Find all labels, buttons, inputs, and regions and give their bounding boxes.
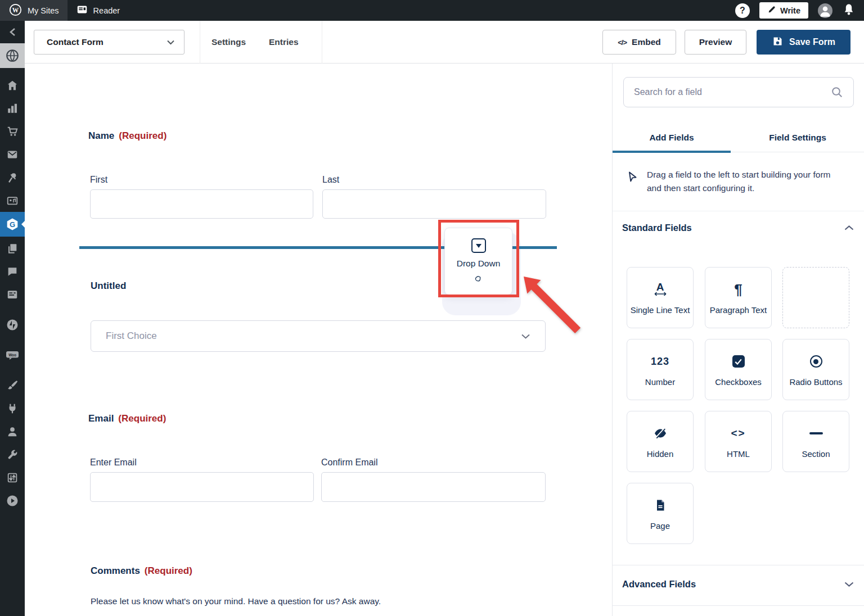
panel-tabs: Add Fields Field Settings bbox=[613, 123, 864, 152]
field-card-html[interactable]: <> HTML bbox=[705, 411, 772, 472]
chevron-up-icon bbox=[844, 225, 854, 231]
cursor-arrow-icon bbox=[626, 171, 638, 187]
form-switcher-select[interactable]: Contact Form bbox=[34, 30, 184, 55]
help-glyph: ? bbox=[740, 6, 745, 16]
chevron-down-icon bbox=[166, 39, 175, 45]
tab-settings[interactable]: Settings bbox=[212, 21, 246, 64]
preview-button[interactable]: Preview bbox=[685, 30, 746, 55]
standard-fields-header[interactable]: Standard Fields bbox=[622, 218, 854, 238]
my-sites-menu[interactable]: W My Sites bbox=[0, 0, 68, 21]
required-indicator: (Required) bbox=[145, 565, 192, 576]
pencil-icon bbox=[767, 5, 776, 16]
field-search bbox=[623, 77, 854, 107]
last-name-label: Last bbox=[322, 175, 339, 185]
field-label-untitled[interactable]: Untitled bbox=[91, 280, 126, 292]
field-card-section[interactable]: Section bbox=[782, 411, 849, 472]
number-icon: 123 bbox=[651, 352, 669, 370]
wp-admin-bar: W My Sites Reader ? Write bbox=[0, 0, 864, 21]
reader-menu[interactable]: Reader bbox=[68, 0, 129, 21]
field-label-name[interactable]: Name(Required) bbox=[88, 130, 166, 142]
sidebar-store-icon[interactable] bbox=[0, 120, 25, 143]
field-card-single-line-text[interactable]: A Single Line Text bbox=[627, 267, 694, 328]
field-card-hidden[interactable]: Hidden bbox=[627, 411, 694, 472]
sidebar-stats-icon[interactable] bbox=[0, 97, 25, 120]
sidebar-media-icon[interactable] bbox=[0, 189, 25, 212]
chevron-down-icon bbox=[844, 581, 854, 587]
sidebar-pages-icon[interactable] bbox=[0, 237, 25, 260]
notifications-bell-icon[interactable] bbox=[842, 3, 856, 19]
sidebar-gravity-forms-icon[interactable]: G bbox=[0, 212, 25, 237]
tab-add-fields[interactable]: Add Fields bbox=[613, 123, 731, 152]
svg-text:W: W bbox=[12, 6, 19, 13]
wordpress-logo-icon: W bbox=[8, 3, 22, 19]
sidebar-feedback-icon[interactable] bbox=[0, 283, 25, 306]
first-name-label: First bbox=[90, 175, 107, 185]
sidebar-jetpack-icon[interactable] bbox=[0, 313, 25, 336]
sidebar-mail-icon[interactable] bbox=[0, 143, 25, 166]
user-avatar[interactable] bbox=[818, 3, 832, 18]
sidebar-users-icon[interactable] bbox=[0, 420, 25, 443]
sidebar-settings-icon[interactable] bbox=[0, 466, 25, 489]
field-card-paragraph-text[interactable]: ¶ Paragraph Text bbox=[705, 267, 772, 328]
enter-email-label: Enter Email bbox=[90, 458, 137, 468]
sidebar-appearance-icon[interactable] bbox=[0, 374, 25, 397]
dropdown-selected-value: First Choice bbox=[106, 330, 157, 342]
sidebar-woocommerce-icon[interactable]: Woo bbox=[0, 343, 25, 366]
collapse-sidebar-button[interactable] bbox=[0, 21, 25, 43]
field-card-number[interactable]: 123 Number bbox=[627, 339, 694, 400]
advanced-fields-header[interactable]: Advanced Fields bbox=[622, 572, 854, 596]
checkbox-icon bbox=[732, 352, 745, 370]
code-brackets-icon: <> bbox=[731, 424, 745, 442]
write-label: Write bbox=[780, 6, 800, 15]
form-canvas: Name(Required) First Last Drop Down Unti… bbox=[25, 64, 612, 616]
svg-text:G: G bbox=[10, 220, 15, 229]
tab-entries[interactable]: Entries bbox=[269, 21, 299, 64]
field-label-email[interactable]: Email(Required) bbox=[88, 413, 166, 424]
first-name-input[interactable] bbox=[90, 189, 313, 219]
field-label-comments[interactable]: Comments(Required) bbox=[91, 565, 192, 577]
form-switcher-value: Contact Form bbox=[47, 37, 104, 47]
tab-field-settings[interactable]: Field Settings bbox=[731, 123, 864, 152]
field-card-page[interactable]: Page bbox=[627, 483, 694, 544]
enter-email-input[interactable] bbox=[90, 472, 314, 502]
field-card-checkboxes[interactable]: Checkboxes bbox=[705, 339, 772, 400]
field-card-placeholder bbox=[782, 267, 849, 328]
sidebar-comments-icon[interactable] bbox=[0, 260, 25, 283]
drag-instruction: Drag a field to the left to start buildi… bbox=[626, 168, 847, 195]
wp-admin-sidebar: G Woo bbox=[0, 21, 25, 616]
untitled-dropdown-select[interactable]: First Choice bbox=[91, 320, 546, 352]
embed-button[interactable]: </> Embed bbox=[602, 30, 676, 55]
last-name-input[interactable] bbox=[322, 189, 546, 219]
required-indicator: (Required) bbox=[118, 413, 166, 424]
page-document-icon bbox=[654, 496, 667, 514]
field-search-input[interactable] bbox=[634, 87, 825, 97]
confirm-email-input[interactable] bbox=[321, 472, 546, 502]
confirm-email-label: Confirm Email bbox=[321, 458, 377, 468]
reader-icon bbox=[76, 3, 88, 17]
paragraph-icon: ¶ bbox=[734, 280, 742, 298]
help-button[interactable]: ? bbox=[735, 3, 750, 18]
radio-icon bbox=[810, 352, 822, 370]
annotation-red-arrow bbox=[515, 269, 588, 339]
save-form-button[interactable]: Save Form bbox=[757, 30, 850, 55]
sidebar-tools-icon[interactable] bbox=[0, 443, 25, 466]
save-form-label: Save Form bbox=[789, 37, 835, 47]
editor-toolbar: Contact Form Settings Entries </> Embed … bbox=[25, 21, 864, 64]
search-icon bbox=[831, 86, 843, 98]
required-indicator: (Required) bbox=[119, 130, 166, 141]
sidebar-plugins-icon[interactable] bbox=[0, 397, 25, 420]
single-line-text-icon: A bbox=[654, 280, 667, 298]
preview-label: Preview bbox=[699, 37, 732, 47]
my-sites-label: My Sites bbox=[28, 6, 59, 15]
write-button[interactable]: Write bbox=[759, 2, 808, 19]
sidebar-home-icon[interactable] bbox=[0, 74, 25, 97]
eye-off-icon bbox=[652, 424, 668, 442]
sidebar-collapse-menu-icon[interactable] bbox=[0, 489, 25, 512]
sidebar-posts-icon[interactable] bbox=[0, 166, 25, 189]
code-icon: </> bbox=[618, 38, 627, 47]
svg-text:Woo: Woo bbox=[8, 352, 16, 356]
embed-label: Embed bbox=[632, 37, 661, 47]
field-card-radio-buttons[interactable]: Radio Buttons bbox=[782, 339, 849, 400]
site-icon[interactable] bbox=[0, 43, 25, 68]
save-floppy-icon bbox=[772, 35, 784, 49]
